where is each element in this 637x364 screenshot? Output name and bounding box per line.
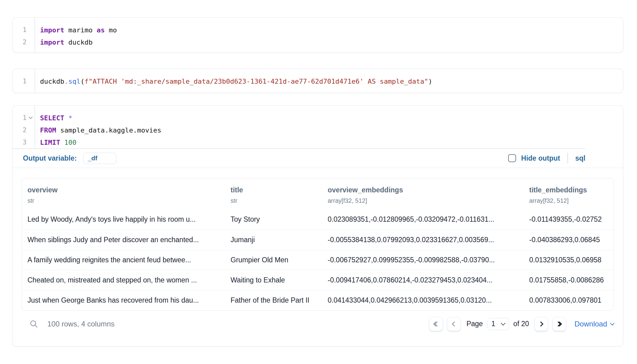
table-cell: Waiting to Exhale [225, 276, 322, 284]
pagination: Page 1 of 20 Download [429, 317, 614, 331]
code-editor[interactable]: 1duckdb.sql(f"ATTACH 'md:_share/sample_d… [13, 69, 623, 93]
column-name: title_embeddings [529, 186, 613, 194]
column-header-overview_embeddings[interactable]: overview_embeddingsarray[f32, 512] [322, 186, 524, 204]
download-button[interactable]: Download [574, 320, 614, 328]
previous-page-button[interactable] [447, 317, 461, 331]
table-row: A family wedding reignites the ancient f… [22, 250, 613, 270]
code-text: import marimo as mo [40, 26, 117, 34]
table-header-row: overviewstrtitlestroverview_embeddingsar… [22, 178, 613, 209]
code-text: LIMIT 100 [40, 139, 76, 146]
chevron-down-icon [501, 321, 506, 326]
code-editor[interactable]: 1import marimo as mo2import duckdb [13, 18, 623, 53]
page-label: Page [466, 320, 483, 328]
download-label: Download [574, 320, 607, 328]
table-cell: Toy Story [225, 215, 322, 224]
table-cell: Father of the Bride Part II [225, 296, 322, 304]
table-cell: Cheated on, mistreated and stepped on, t… [22, 276, 225, 284]
table-cell: 0.041433044,0.042966213,0.0039591365,0.0… [322, 296, 524, 304]
next-page-button[interactable] [534, 317, 548, 331]
code-line[interactable]: 2import duckdb [13, 36, 623, 48]
row-count-summary: 100 rows, 4 columns [47, 320, 115, 328]
column-name: overview [27, 186, 225, 194]
table-row: Just when George Banks has recovered fro… [22, 290, 613, 310]
column-name: title [231, 186, 322, 194]
table-cell: Just when George Banks has recovered fro… [22, 296, 225, 304]
column-header-title_embeddings[interactable]: title_embeddingsarray[f32, 512] [524, 186, 613, 204]
gutter-fold-slot [27, 117, 35, 118]
column-type: str [27, 197, 225, 204]
notebook-cell-imports: 1import marimo as mo2import duckdb [12, 17, 623, 53]
table-cell: 0.01755858,-0.0086286 [524, 276, 613, 284]
table-cell: Grumpier Old Men [225, 256, 322, 264]
hide-output-label[interactable]: Hide output [521, 154, 560, 162]
column-type: array[f32, 512] [529, 197, 613, 204]
code-text: duckdb.sql(f"ATTACH 'md:_share/sample_da… [40, 78, 432, 85]
table-footer: 100 rows, 4 columns Page 1 of 20 [22, 314, 614, 334]
line-number: 2 [13, 38, 27, 46]
toolbar-divider [567, 153, 568, 163]
code-line[interactable]: 2FROM sample_data.kaggle.movies [13, 124, 623, 136]
table-cell: -0.009417406,0.07860214,-0.023279453,0.0… [322, 276, 524, 284]
double-chevron-left-icon [434, 322, 438, 326]
page-number-select[interactable]: 1 [487, 318, 509, 330]
cell-output: overviewstrtitlestroverview_embeddingsar… [13, 168, 623, 334]
search-icon[interactable] [29, 319, 38, 329]
code-text: SELECT * [40, 114, 72, 122]
dataframe-table: overviewstrtitlestroverview_embeddingsar… [22, 178, 614, 311]
table-cell: 0.007833006,0.097801 [524, 296, 613, 304]
current-page-value: 1 [491, 320, 495, 328]
table-row: Led by Woody, Andy's toys live happily i… [22, 209, 613, 230]
table-cell: 0.023089351,-0.012809965,-0.03209472,-0.… [322, 215, 524, 224]
last-page-button[interactable] [552, 317, 566, 331]
sql-code-editor[interactable]: 1SELECT *2FROM sample_data.kaggle.movies… [13, 106, 623, 148]
table-cell: -0.006752927,0.099952355,-0.009982588,-0… [322, 256, 524, 264]
code-line[interactable]: 3LIMIT 100 [13, 136, 623, 148]
notebook-cell-attach: 1duckdb.sql(f"ATTACH 'md:_share/sample_d… [12, 69, 623, 93]
sql-cell-toolbar: Output variable: Hide output sql [13, 149, 623, 168]
chevron-right-icon [538, 321, 544, 326]
line-number: 1 [13, 78, 27, 85]
code-line[interactable]: 1SELECT * [13, 112, 623, 124]
page-count-label: of 20 [513, 320, 529, 328]
column-header-title[interactable]: titlestr [225, 186, 322, 204]
column-name: overview_embeddings [328, 186, 524, 194]
hide-output-checkbox[interactable] [508, 154, 516, 162]
table-cell: Jumanji [225, 236, 322, 244]
line-number: 1 [13, 114, 27, 122]
fold-chevron-icon[interactable] [29, 115, 33, 119]
table-cell: 0.0132910535,0.06958 [524, 256, 613, 264]
output-variable-input[interactable] [83, 153, 116, 164]
code-text: import duckdb [40, 38, 93, 46]
output-variable-label: Output variable: [23, 154, 77, 162]
language-toggle-sql[interactable]: sql [575, 154, 585, 162]
double-chevron-right-icon [557, 322, 561, 326]
line-number: 1 [13, 26, 27, 34]
table-cell: When siblings Judy and Peter discover an… [22, 236, 225, 244]
first-page-button[interactable] [429, 317, 443, 331]
line-number: 2 [13, 126, 27, 134]
column-type: str [231, 197, 322, 204]
table-body: Led by Woody, Andy's toys live happily i… [22, 209, 613, 310]
code-line[interactable]: 1import marimo as mo [13, 24, 623, 36]
code-line[interactable]: 1duckdb.sql(f"ATTACH 'md:_share/sample_d… [13, 75, 623, 87]
table-cell: Led by Woody, Andy's toys live happily i… [22, 215, 225, 224]
notebook-cell-sql: 1SELECT *2FROM sample_data.kaggle.movies… [12, 105, 623, 347]
table-cell: -0.011439355,-0.02752 [524, 215, 613, 224]
line-number: 3 [13, 139, 27, 146]
table-row: When siblings Judy and Peter discover an… [22, 230, 613, 250]
code-text: FROM sample_data.kaggle.movies [40, 126, 161, 134]
chevron-down-icon [610, 321, 614, 325]
table-cell: -0.0055384138,0.07992093,0.023316627,0.0… [322, 236, 524, 244]
chevron-left-icon [452, 321, 457, 326]
table-row: Cheated on, mistreated and stepped on, t… [22, 270, 613, 290]
column-header-overview[interactable]: overviewstr [22, 186, 225, 204]
column-type: array[f32, 512] [328, 197, 524, 204]
table-cell: -0.040386293,0.06845 [524, 236, 613, 244]
table-cell: A family wedding reignites the ancient f… [22, 256, 225, 264]
